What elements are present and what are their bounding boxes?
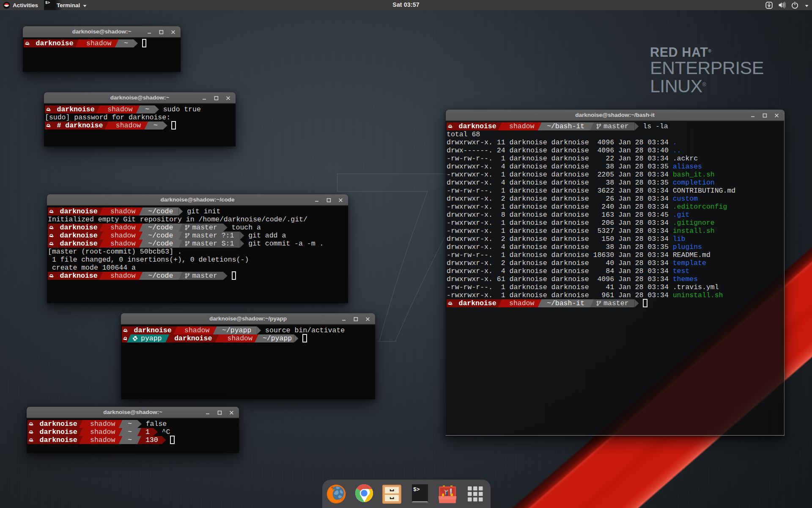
svg-text:$>: $>: [413, 486, 420, 493]
